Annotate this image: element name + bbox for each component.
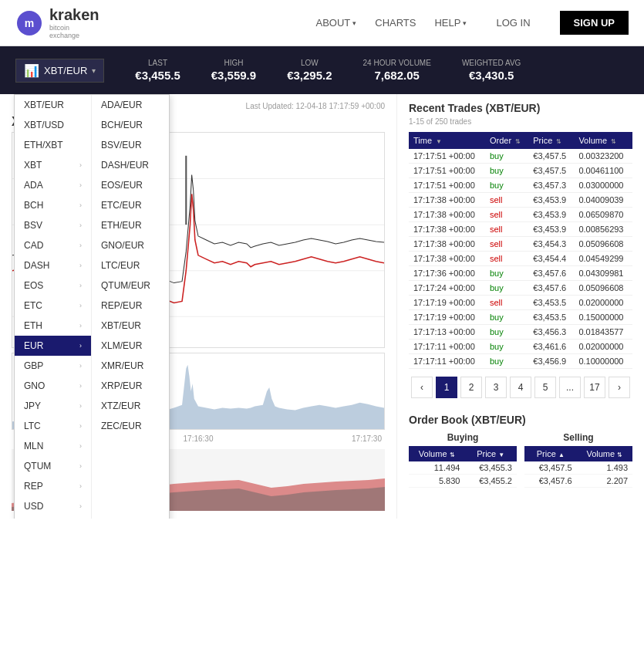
dropdown-sub-item-bsv-eur[interactable]: BSV/EUR [92,135,169,155]
pagination: ‹12345...17› [409,377,632,398]
dropdown-sub-item-ada-eur[interactable]: ADA/EUR [92,95,169,115]
sub-arrow-icon: › [79,302,82,309]
dropdown-item-gno[interactable]: GNO› [15,376,91,396]
table-row: 17:17:38 +00:00 sell €3,453.9 0.04009039 [409,193,632,208]
dropdown-item-bch[interactable]: BCH› [15,195,91,215]
order-sort-icon: ⇅ [515,138,521,145]
page-btn-3[interactable]: 3 [485,377,507,398]
dropdown-item-xbt-eur[interactable]: XBT/EUR [15,95,91,115]
page-btn-2[interactable]: 2 [460,377,482,398]
sell-vol-col[interactable]: Volume ⇅ [577,446,632,461]
selected-pair: XBT/EUR [44,65,87,76]
dropdown-sub-item-eth-eur[interactable]: ETH/EUR [92,215,169,235]
dropdown-item-eth-xbt[interactable]: ETH/XBT [15,135,91,155]
logo: m kraken bitcoinexchange [15,6,99,39]
dropdown-item-usdt[interactable]: USDT› [15,516,91,519]
sub-arrow-icon: › [79,442,82,450]
stat-last: LAST €3,455.5 [135,59,180,82]
page-btn-4[interactable]: 4 [510,377,531,398]
help-arrow-icon: ▾ [463,19,467,27]
dropdown-sub-item-eos-eur[interactable]: EOS/EUR [92,175,169,195]
dropdown-item-bsv[interactable]: BSV› [15,215,91,235]
dropdown-item-jpy[interactable]: JPY› [15,396,91,416]
buying-col: Buying Volume ⇅ Price ▼ [409,432,517,488]
nav-about[interactable]: ABOUT ▾ [315,17,356,29]
sub-arrow-icon: › [79,382,82,390]
table-row: 17:17:19 +00:00 buy €3,453.5 0.15000000 [409,310,632,325]
dropdown-item-ada[interactable]: ADA› [15,175,91,195]
dropdown-item-qtum[interactable]: QTUM› [15,456,91,476]
chart-area: Last Updated: 12-04-18 17:17:59 +00:00 X… [0,94,397,519]
dropdown-sub-item-xtz-eur[interactable]: XTZ/EUR [92,396,169,416]
time-sort-icon: ▼ [436,138,442,145]
col-price[interactable]: Price ⇅ [528,132,574,149]
dropdown-sub-item-bch-eur[interactable]: BCH/EUR [92,115,169,135]
buy-vol-col[interactable]: Volume ⇅ [409,446,464,461]
dropdown-item-eos[interactable]: EOS› [15,275,91,296]
table-row: 17:17:19 +00:00 sell €3,453.5 0.02000000 [409,296,632,310]
col-order[interactable]: Order ⇅ [485,132,528,149]
dropdown-sub-item-ltc-eur[interactable]: LTC/EUR [92,255,169,275]
dropdown-item-rep[interactable]: REP› [15,476,91,496]
price-sort-icon: ⇅ [556,138,561,145]
table-row: 17:17:38 +00:00 sell €3,453.9 0.06509870 [409,208,632,222]
chart-icon: 📊 [24,63,39,78]
table-row: 17:17:24 +00:00 buy €3,457.6 0.05096608 [409,281,632,296]
table-row: 17:17:51 +00:00 buy €3,457.3 0.03000000 [409,178,632,193]
page-btn-1[interactable]: 1 [436,377,457,398]
sell-price-col[interactable]: Price ▲ [524,446,577,461]
dropdown-col2: ADA/EURBCH/EURBSV/EURDASH/EUREOS/EURETC/… [92,95,169,519]
dropdown-item-gbp[interactable]: GBP› [15,356,91,376]
main-nav: ABOUT ▾ CHARTS HELP ▾ LOG IN SIGN UP [315,11,629,35]
login-button[interactable]: LOG IN [485,12,541,33]
dropdown-sub-item-gno-eur[interactable]: GNO/EUR [92,235,169,255]
dropdown-item-ltc[interactable]: LTC› [15,416,91,436]
stat-low: LOW €3,295.2 [287,59,332,82]
dropdown-sub-item-rep-eur[interactable]: REP/EUR [92,296,169,316]
right-panel: Recent Trades (XBT/EUR) 1-15 of 250 trad… [397,94,644,519]
signup-button[interactable]: SIGN UP [560,11,629,35]
dropdown-sub-item-etc-eur[interactable]: ETC/EUR [92,195,169,215]
buying-table: Volume ⇅ Price ▼ 11.494€3,455.35.830€3,4… [409,446,517,488]
buy-price-col[interactable]: Price ▼ [464,446,517,461]
table-row: 17:17:11 +00:00 buy €3,456.9 0.10000000 [409,354,632,369]
about-arrow-icon: ▾ [352,19,356,27]
dropdown-item-cad[interactable]: CAD› [15,235,91,255]
dropdown-item-mln[interactable]: MLN› [15,436,91,456]
dropdown-sub-item-xrp-eur[interactable]: XRP/EUR [92,376,169,396]
dropdown-item-xbt[interactable]: XBT› [15,155,91,175]
dropdown-item-eur[interactable]: EUR› [15,336,91,356]
dropdown-sub-item-zec-eur[interactable]: ZEC/EUR [92,416,169,436]
order-book-title: Order Book (XBT/EUR) [409,414,632,426]
col-volume[interactable]: Volume ⇅ [574,132,632,149]
logo-text: kraken [49,6,99,23]
sub-arrow-icon: › [79,322,82,330]
nav-charts[interactable]: CHARTS [375,17,416,29]
dropdown-item-etc[interactable]: ETC› [15,296,91,316]
pair-selector[interactable]: 📊 XBT/EUR ▾ [15,59,104,83]
dropdown-col1: XBT/EURXBT/USDETH/XBTXBT›ADA›BCH›BSV›CAD… [15,95,92,519]
sub-arrow-icon: › [79,362,82,370]
dropdown-sub-item-xlm-eur[interactable]: XLM/EUR [92,336,169,356]
stat-high: HIGH €3,559.9 [211,59,256,82]
dropdown-item-dash[interactable]: DASH› [15,255,91,275]
page-btn-5[interactable]: 5 [534,377,556,398]
dropdown-sub-item-xbt-eur[interactable]: XBT/EUR [92,316,169,336]
sub-arrow-icon: › [79,262,82,269]
page-btn-17[interactable]: 17 [584,377,605,398]
table-row: 17:17:13 +00:00 buy €3,456.3 0.01843577 [409,325,632,340]
svg-text:m: m [25,17,34,29]
dropdown-item-eth[interactable]: ETH› [15,316,91,336]
dropdown-sub-item-dash-eur[interactable]: DASH/EUR [92,155,169,175]
prev-page-button[interactable]: ‹ [411,377,433,398]
dropdown-sub-item-qtum-eur[interactable]: QTUM/EUR [92,275,169,296]
nav-help[interactable]: HELP ▾ [434,17,467,29]
next-page-button[interactable]: › [609,377,630,398]
col-time[interactable]: Time ▼ [409,132,485,149]
ticker-bar: 📊 XBT/EUR ▾ LAST €3,455.5 HIGH €3,559.9 … [0,46,644,94]
dropdown-item-xbt-usd[interactable]: XBT/USD [15,115,91,135]
page-ellipsis[interactable]: ... [559,377,581,398]
order-book: Order Book (XBT/EUR) Buying Volume ⇅ Pri… [409,414,632,488]
dropdown-item-usd[interactable]: USD› [15,496,91,516]
dropdown-sub-item-xmr-eur[interactable]: XMR/EUR [92,356,169,376]
